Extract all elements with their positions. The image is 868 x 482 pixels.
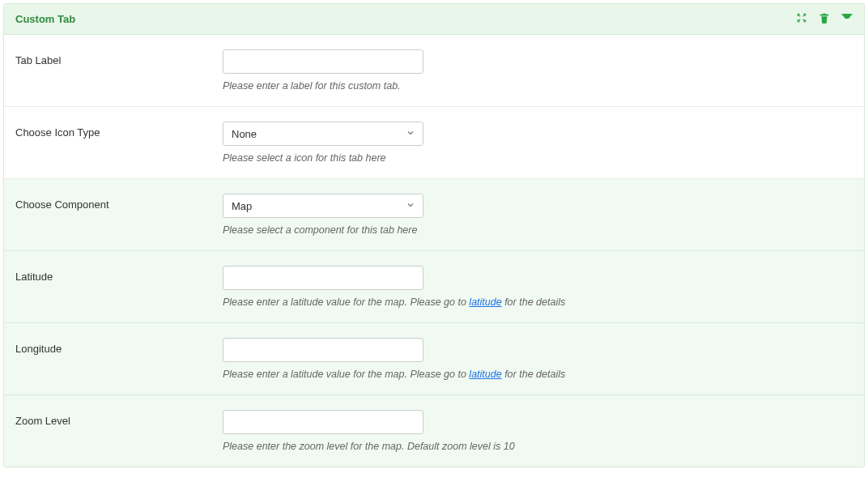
row-zoom: Zoom Level Please enter the zoom level f… — [4, 395, 864, 467]
icon-type-help: Please select a icon for this tab here — [223, 152, 853, 164]
latitude-label: Latitude — [15, 266, 223, 283]
row-tab-label: Tab Label Please enter a label for this … — [4, 35, 864, 106]
panel-title: Custom Tab — [15, 13, 75, 25]
custom-tab-panel: Custom Tab Tab Label Please enter a labe… — [3, 3, 865, 467]
longitude-field: Please enter a latitude value for the ma… — [223, 338, 853, 380]
expand-icon[interactable] — [796, 12, 807, 26]
zoom-input[interactable] — [223, 410, 423, 434]
longitude-help-link[interactable]: latitude — [469, 369, 501, 380]
tab-label-help: Please enter a label for this custom tab… — [223, 80, 853, 92]
zoom-field: Please enter the zoom level for the map.… — [223, 410, 853, 452]
panel-header: Custom Tab — [4, 4, 864, 35]
tab-label-input[interactable] — [223, 49, 423, 74]
component-select[interactable]: Map — [223, 194, 423, 218]
row-component: Choose Component Map Please select a com… — [4, 178, 864, 250]
component-field: Map Please select a component for this t… — [223, 194, 853, 236]
latitude-help-link[interactable]: latitude — [469, 296, 501, 308]
component-help: Please select a component for this tab h… — [223, 224, 853, 236]
latitude-field: Please enter a latitude value for the ma… — [223, 266, 853, 308]
trash-icon[interactable] — [819, 12, 830, 26]
icon-type-select[interactable]: None — [223, 122, 423, 146]
row-longitude: Longitude Please enter a latitude value … — [4, 322, 864, 395]
latitude-help-prefix: Please enter a latitude value for the ma… — [223, 296, 469, 308]
row-icon-type: Choose Icon Type None Please select a ic… — [4, 106, 864, 178]
longitude-label: Longitude — [15, 338, 223, 355]
longitude-help-prefix: Please enter a latitude value for the ma… — [223, 369, 469, 380]
row-latitude: Latitude Please enter a latitude value f… — [4, 250, 864, 322]
component-label: Choose Component — [15, 194, 223, 211]
latitude-input[interactable] — [223, 266, 423, 290]
collapse-icon[interactable] — [841, 14, 853, 25]
zoom-help: Please enter the zoom level for the map.… — [223, 441, 853, 452]
longitude-input[interactable] — [223, 338, 423, 362]
latitude-help: Please enter a latitude value for the ma… — [223, 296, 853, 308]
latitude-help-suffix: for the details — [502, 296, 566, 308]
panel-actions — [796, 12, 853, 26]
tab-label-field: Please enter a label for this custom tab… — [223, 49, 853, 92]
icon-type-field: None Please select a icon for this tab h… — [223, 122, 853, 164]
longitude-help-suffix: for the details — [502, 369, 566, 380]
icon-type-label: Choose Icon Type — [15, 122, 223, 139]
zoom-label: Zoom Level — [15, 410, 223, 427]
tab-label-label: Tab Label — [15, 49, 223, 66]
longitude-help: Please enter a latitude value for the ma… — [223, 369, 853, 380]
